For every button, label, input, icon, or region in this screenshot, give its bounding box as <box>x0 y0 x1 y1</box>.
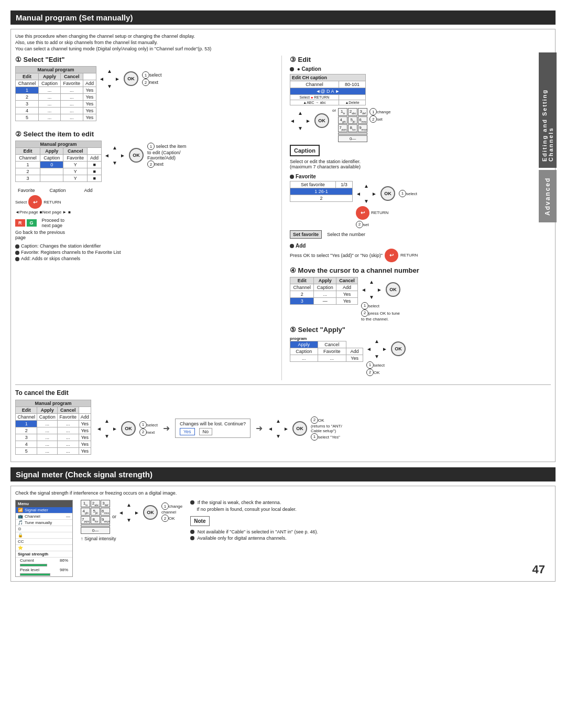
signal-intensity-label: ↑ Signal intensity <box>81 536 182 541</box>
signal-diagram: 1tv 2abc 3def 4ghi 5jkl 6mno 7pqrs 8tuv … <box>81 500 182 541</box>
sidebar-editing: Editing and Setting Channels <box>539 52 557 168</box>
g-button[interactable]: G <box>27 219 37 227</box>
rg-buttons: R G <box>15 219 37 227</box>
main-content-columns: ① Select "Edit" Manual program EditApply… <box>15 56 551 380</box>
step2-bullets: Caption: Changes the station identifier … <box>15 243 276 261</box>
cancel-dialog: Changes will be lost. Continue? Yes No <box>175 419 251 438</box>
nav-arrows-step4: ▲ ▼ ◄ ► <box>361 279 382 300</box>
manual-program-title: Manual program (Set manually) <box>10 10 556 25</box>
cancel-edit-title: To cancel the Edit <box>15 389 551 397</box>
nav-arrows-fav: ▲ ▼ ◄ ► <box>356 183 377 204</box>
current-bar <box>20 564 47 566</box>
caption-subsection: ● Caption Edit CH caption Channel80-101 … <box>290 66 551 169</box>
manual-program-section: Manual program (Set manually) Use this p… <box>10 10 556 462</box>
numpad: 1tv 2abc 3def 4ghi 5jkl 6mno 7pqrs 8tuv <box>338 108 367 142</box>
add-subsection: Add Press OK to select "Yes (add)" or "N… <box>290 243 551 262</box>
ok-button-signal[interactable]: OK <box>143 505 158 520</box>
step4: ④ Move the cursor to a channel number Ed… <box>290 266 551 322</box>
right-column: ③ Edit ● Caption <box>287 56 551 380</box>
step4-title: ④ Move the cursor to a channel number <box>290 266 551 274</box>
signal-meter-section: Signal meter (Check signal strength) Che… <box>10 467 556 582</box>
step2-table: Manual program EditApplyCancel ChannelCa… <box>15 141 102 182</box>
cancel-edit-table: Manual program EditApplyCancel ChannelCa… <box>15 400 91 455</box>
step1-table: Manual program EditApplyCancel ChannelCa… <box>15 66 96 121</box>
nav-arrows-signal: ▲ ▼ ◄ ► <box>118 502 139 523</box>
step1-nav: ▲ ▼ ◄ ► OK 1select 2next <box>99 66 162 91</box>
step3: ③ Edit ● Caption <box>290 56 551 376</box>
set-favorite-table: Set favorite1/3 1 26-1 2 <box>290 181 353 202</box>
right-sidebar-container: Editing and Setting Channels Advanced <box>539 52 557 222</box>
nav-arrows-cancel2: ▲ ▼ ◄ ► <box>268 418 289 439</box>
caption-desc: Select or edit the station identifier. <box>290 159 551 164</box>
step1-title: ① Select "Edit" <box>15 56 276 63</box>
set-favorite-box: Set favorite <box>290 230 322 239</box>
nav-arrows-caption: ▲ ▼ ◄ ► <box>290 110 311 131</box>
ok-button-2[interactable]: OK <box>129 148 144 163</box>
intro-text-1: Use this procedure when changing the cha… <box>15 34 551 39</box>
step1-diagram: Manual program EditApplyCancel ChannelCa… <box>15 66 276 124</box>
return-btn-1[interactable]: ↩ <box>28 195 42 209</box>
signal-notes: If the signal is weak, check the antenna… <box>190 500 551 541</box>
intro-text-2: Also, use this to add or skip channels f… <box>15 40 551 45</box>
go-back-text2: page <box>15 235 276 240</box>
caption-box: Caption <box>290 145 320 156</box>
edit-ch-caption-ui: Edit CH caption Channel80-101 ◄@ D A ► S… <box>290 74 390 142</box>
nav-arrows-step5: ▲ ▼ ◄ ► <box>366 338 387 359</box>
sidebar-advanced: Advanced <box>539 170 557 222</box>
go-back-text: Go back to the previous <box>15 230 276 235</box>
arrow-right-cancel: ➜ <box>163 423 170 433</box>
manual-program-content: Use this procedure when changing the cha… <box>10 29 556 462</box>
no-button[interactable]: No <box>199 428 213 435</box>
step4-table: EditApplyCancel ChannelCaptionAdd 2...Ye… <box>290 277 358 305</box>
signal-menu: Menu 📶 Signal meter 📺 Channel — 🎵 Tune m… <box>15 500 73 577</box>
ok-button-cancel[interactable]: OK <box>121 421 136 436</box>
signal-meter-content: Check the signal strength if interferenc… <box>10 486 556 582</box>
ok-button-step4[interactable]: OK <box>386 282 400 297</box>
caption-label-left: Caption <box>50 188 66 193</box>
cancel-edit-row: Manual program EditApplyCancel ChannelCa… <box>15 400 551 457</box>
step2: ② Select the item to edit Manual program… <box>15 130 276 261</box>
return-btn-fav[interactable]: ↩ <box>356 206 369 220</box>
ok-button-caption[interactable]: OK <box>314 113 329 128</box>
step1: ① Select "Edit" Manual program EditApply… <box>15 56 276 124</box>
add-label: Add <box>84 188 93 193</box>
r-button[interactable]: R <box>15 219 25 227</box>
ok-button-1[interactable]: OK <box>124 71 138 86</box>
left-column: ① Select "Edit" Manual program EditApply… <box>15 56 282 380</box>
step3-title: ③ Edit <box>290 56 551 63</box>
signal-numpad: 1tv 2abc 3def 4ghi 5jkl 6mno 7pqrs 8tuv … <box>81 500 110 534</box>
favorite-subsection: Favorite Set favorite1/3 1 26-1 2 <box>290 174 551 239</box>
ok-button-fav[interactable]: OK <box>380 186 395 201</box>
step2-title: ② Select the item to edit <box>15 130 276 138</box>
intro-text-3: You can select a channel tuning mode (Di… <box>15 46 551 51</box>
step5-table: ApplyCancel CaptionFavoriteAdd ......Yes <box>290 341 363 362</box>
ok-button-cancel2[interactable]: OK <box>292 421 307 436</box>
signal-meter-title: Signal meter (Check signal strength) <box>10 467 556 481</box>
signal-intro: Check the signal strength if interferenc… <box>15 490 551 496</box>
return-btn-add[interactable]: ↩ <box>385 249 398 262</box>
nav-arrows-2: ▲ ▼ ◄ ► <box>104 145 125 166</box>
yes-button[interactable]: Yes <box>180 428 195 435</box>
note-box: Note <box>190 516 209 526</box>
step5: ⑤ Select "Apply" program ApplyCancel Cap… <box>290 326 551 376</box>
nav-arrows-cancel: ▲ ▼ ◄ ► <box>96 418 117 439</box>
nav-arrows-1: ▲ ▼ ◄ ► <box>99 68 120 89</box>
peak-bar <box>20 573 50 576</box>
cancel-edit-section: To cancel the Edit Manual program EditAp… <box>15 384 551 457</box>
favorite-label: Favorite <box>18 188 35 193</box>
ok-button-step5[interactable]: OK <box>391 341 406 356</box>
page-number: 47 <box>532 563 545 576</box>
step5-title: ⑤ Select "Apply" <box>290 326 551 334</box>
